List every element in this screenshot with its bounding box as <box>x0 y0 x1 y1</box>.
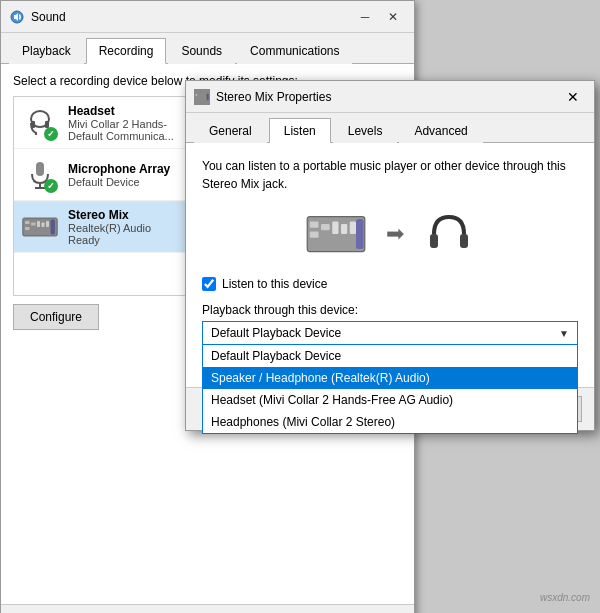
tab-playback[interactable]: Playback <box>9 38 84 64</box>
sound-titlebar: Sound ─ ✕ <box>1 1 414 33</box>
sound-window-controls: ─ ✕ <box>352 7 406 27</box>
svg-rect-21 <box>321 224 330 230</box>
svg-rect-8 <box>25 221 30 224</box>
svg-rect-11 <box>37 221 40 227</box>
listen-checkbox[interactable] <box>202 277 216 291</box>
dropdown-option-headset[interactable]: Headset (Mivi Collar 2 Hands-Free AG Aud… <box>203 389 577 411</box>
arrow-icon: ➡ <box>386 221 404 247</box>
sound-close-button[interactable]: ✕ <box>380 7 406 27</box>
dropdown-option-headphones[interactable]: Headphones (Mivi Collar 2 Stereo) <box>203 411 577 433</box>
tab-sounds[interactable]: Sounds <box>168 38 235 64</box>
properties-content: You can listen to a portable music playe… <box>186 143 594 387</box>
prop-tab-listen[interactable]: Listen <box>269 118 331 143</box>
headset-default-badge: ✓ <box>44 127 58 141</box>
stereo-mix-properties-dialog: Stereo Mix Properties ✕ General Listen L… <box>185 80 595 431</box>
svg-rect-16 <box>195 94 197 95</box>
svg-rect-24 <box>350 222 356 235</box>
prop-tab-advanced[interactable]: Advanced <box>399 118 482 143</box>
sound-window-title: Sound <box>31 10 352 24</box>
sound-window-icon <box>9 9 25 25</box>
device-visual-row: ➡ <box>202 209 578 259</box>
svg-rect-9 <box>25 227 30 230</box>
playback-through-label: Playback through this device: <box>202 303 578 317</box>
properties-tabs-bar: General Listen Levels Advanced <box>186 113 594 143</box>
tab-communications[interactable]: Communications <box>237 38 352 64</box>
sound-minimize-button[interactable]: ─ <box>352 7 378 27</box>
dropdown-option-default[interactable]: Default Playback Device <box>203 345 577 367</box>
svg-rect-22 <box>332 222 338 235</box>
listen-checkbox-label: Listen to this device <box>222 277 327 291</box>
properties-description: You can listen to a portable music playe… <box>202 157 578 193</box>
tab-recording[interactable]: Recording <box>86 38 167 64</box>
svg-rect-14 <box>51 219 56 234</box>
prop-tab-general[interactable]: General <box>194 118 267 143</box>
properties-close-button[interactable]: ✕ <box>560 87 586 107</box>
headphone-visual-icon <box>424 209 474 259</box>
svg-rect-27 <box>460 234 468 248</box>
svg-rect-10 <box>31 222 36 225</box>
stereo-mix-visual-icon <box>306 213 366 255</box>
properties-title-icon <box>194 89 210 105</box>
svg-rect-17 <box>207 93 209 100</box>
svg-rect-26 <box>430 234 438 248</box>
microphone-icon: ✓ <box>22 157 58 193</box>
watermark: wsxdn.com <box>540 592 590 603</box>
configure-button[interactable]: Configure <box>13 304 99 330</box>
dropdown-option-speaker[interactable]: Speaker / Headphone (Realtek(R) Audio) <box>203 367 577 389</box>
properties-titlebar: Stereo Mix Properties ✕ <box>186 81 594 113</box>
playback-device-dropdown[interactable]: Default Playback Device ▼ Default Playba… <box>202 321 578 345</box>
dropdown-option-list: Default Playback Device Speaker / Headph… <box>202 345 578 434</box>
svg-rect-20 <box>310 232 319 238</box>
svg-rect-25 <box>356 219 364 249</box>
properties-title: Stereo Mix Properties <box>216 90 560 104</box>
headset-icon: ✓ <box>22 105 58 141</box>
sound-bottom-buttons: OK Cancel Apply <box>1 604 414 613</box>
svg-rect-23 <box>341 224 347 234</box>
svg-rect-4 <box>36 162 44 176</box>
svg-rect-12 <box>42 222 45 227</box>
mic-default-badge: ✓ <box>44 179 58 193</box>
sound-tabs-bar: Playback Recording Sounds Communications <box>1 33 414 64</box>
prop-tab-levels[interactable]: Levels <box>333 118 398 143</box>
dropdown-arrow-icon: ▼ <box>559 328 569 339</box>
svg-rect-13 <box>46 221 49 227</box>
dropdown-selected-value: Default Playback Device <box>211 326 341 340</box>
svg-rect-19 <box>310 222 319 228</box>
stereomix-icon <box>22 209 58 245</box>
dropdown-selected-display[interactable]: Default Playback Device ▼ <box>202 321 578 345</box>
listen-checkbox-row: Listen to this device <box>202 277 578 291</box>
